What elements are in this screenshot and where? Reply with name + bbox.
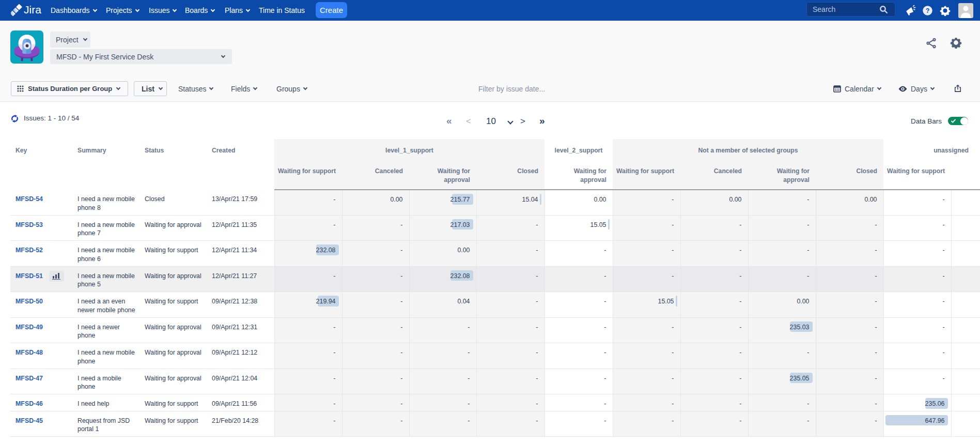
svg-text:?: ? <box>926 7 930 14</box>
